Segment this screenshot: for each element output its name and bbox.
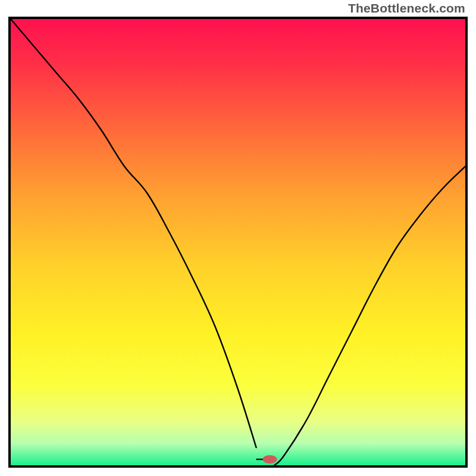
- gradient-background: [11, 19, 465, 465]
- bottleneck-chart: [8, 17, 468, 468]
- attribution-text: TheBottleneck.com: [348, 1, 465, 15]
- chart-svg: [11, 19, 465, 465]
- optimal-marker: [262, 455, 277, 464]
